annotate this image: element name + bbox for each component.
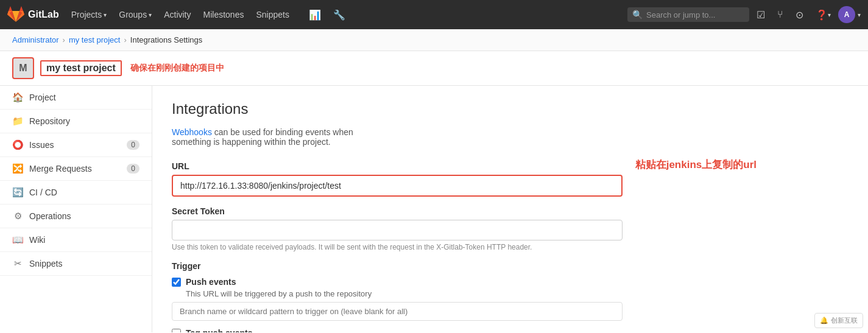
sidebar: 🏠 Project 📁 Repository ⭕ Issues 0 🔀 Merg… <box>0 86 152 332</box>
operations-icon: ⚙ <box>12 211 23 222</box>
gitlab-logo[interactable]: GitLab <box>7 6 59 23</box>
merge-requests-icon: 🔀 <box>12 163 23 174</box>
breadcrumb-project[interactable]: my test project <box>69 35 121 44</box>
sidebar-item-merge-requests[interactable]: 🔀 Merge Requests 0 <box>0 157 152 181</box>
sidebar-item-operations[interactable]: ⚙ Operations <box>0 205 152 228</box>
push-events-checkbox[interactable] <box>172 278 181 287</box>
groups-chevron-icon: ▾ <box>149 12 152 18</box>
tag-push-events-label[interactable]: Tag push events <box>186 328 252 332</box>
search-container[interactable]: 🔍 <box>627 7 749 22</box>
sidebar-item-issues[interactable]: ⭕ Issues 0 <box>0 133 152 157</box>
trigger-label: Trigger <box>172 261 623 271</box>
issues-icon: ⭕ <box>12 139 23 150</box>
sidebar-item-label: Issues <box>29 140 54 150</box>
search-input[interactable] <box>646 10 732 19</box>
webhook-form: URL 粘贴在jenkins上复制的url Secret Token Use t… <box>172 161 623 332</box>
search-icon: 🔍 <box>632 10 643 19</box>
avatar-chevron-icon: ▾ <box>858 12 861 18</box>
page-title: Integrations <box>172 100 849 117</box>
wiki-icon: 📖 <box>12 234 23 245</box>
sidebar-item-wiki[interactable]: 📖 Wiki <box>0 228 152 252</box>
push-events-branch-input[interactable] <box>172 302 623 321</box>
webhooks-link[interactable]: Webhooks <box>172 127 212 137</box>
sidebar-item-label: Wiki <box>29 235 45 245</box>
merge-request-icon-btn[interactable]: ⑂ <box>772 5 788 24</box>
snippets-icon: ✂ <box>12 258 23 269</box>
issues-icon-btn[interactable]: ⊙ <box>791 5 808 24</box>
sidebar-item-label: CI / CD <box>29 188 57 197</box>
project-header: M my test project 确保在刚刚创建的项目中 <box>0 51 868 86</box>
trigger-tag-row: Tag push events <box>172 328 623 332</box>
push-events-desc: This URL will be triggered by a push to … <box>186 289 623 298</box>
trigger-group: Trigger Push events This URL will be tri… <box>172 261 623 332</box>
trigger-push-events: Push events This URL will be triggered b… <box>172 277 623 321</box>
sidebar-item-label: Operations <box>29 211 71 221</box>
brand-text: GitLab <box>28 9 59 20</box>
breadcrumb-current: Integrations Settings <box>130 35 203 44</box>
breadcrumb: Administrator › my test project › Integr… <box>0 29 868 51</box>
main-layout: 🏠 Project 📁 Repository ⭕ Issues 0 🔀 Merg… <box>0 86 868 332</box>
tag-push-events-checkbox[interactable] <box>172 329 181 333</box>
trigger-push-row: Push events <box>172 277 623 287</box>
breadcrumb-sep-1: › <box>63 35 65 44</box>
top-navigation: GitLab Projects ▾ Groups ▾ Activity Mile… <box>0 0 868 29</box>
secret-token-hint: Use this token to validate received payl… <box>172 243 623 251</box>
push-events-label[interactable]: Push events <box>186 277 236 287</box>
avatar[interactable]: A <box>838 6 855 23</box>
sidebar-item-label: Repository <box>29 116 70 126</box>
sidebar-item-label: Snippets <box>29 259 62 268</box>
repository-icon: 📁 <box>12 116 23 127</box>
project-icon: 🏠 <box>12 92 23 103</box>
cicd-icon: 🔄 <box>12 187 23 198</box>
breadcrumb-sep-2: › <box>124 35 126 44</box>
watermark-text: 创新互联 <box>831 316 858 325</box>
project-annotation: 确保在刚刚创建的项目中 <box>130 63 224 74</box>
main-content: Integrations Webhooks can be used for bi… <box>152 86 868 332</box>
content-description: Webhooks can be used for binding events … <box>172 127 367 147</box>
nav-groups[interactable]: Groups ▾ <box>114 7 157 22</box>
help-chevron-icon: ▾ <box>828 12 831 18</box>
url-group: URL 粘贴在jenkins上复制的url <box>172 161 623 197</box>
watermark: 🔔 创新互联 <box>814 313 863 328</box>
trigger-tag-push-events: Tag push events This URL will be trigger… <box>172 328 623 332</box>
url-input[interactable] <box>172 175 623 197</box>
sidebar-item-repository[interactable]: 📁 Repository <box>0 110 152 133</box>
merge-requests-badge: 0 <box>127 164 139 174</box>
secret-token-input[interactable] <box>172 220 623 240</box>
nav-activity[interactable]: Activity <box>159 7 196 22</box>
sidebar-item-project[interactable]: 🏠 Project <box>0 86 152 110</box>
sidebar-item-label: Merge Requests <box>29 164 92 174</box>
wrench-icon-btn[interactable]: 🔧 <box>328 5 350 24</box>
url-annotation: 粘贴在jenkins上复制的url <box>635 158 757 172</box>
nav-snippets[interactable]: Snippets <box>251 7 294 22</box>
projects-chevron-icon: ▾ <box>104 12 107 18</box>
help-icon-btn[interactable]: ❓ ▾ <box>811 5 836 24</box>
watermark-icon: 🔔 <box>820 317 828 324</box>
secret-token-label: Secret Token <box>172 206 623 216</box>
topnav-right: 🔍 ☑ ⑂ ⊙ ❓ ▾ A ▾ <box>627 5 861 24</box>
issues-badge: 0 <box>127 140 139 150</box>
sidebar-item-snippets[interactable]: ✂ Snippets <box>0 252 152 276</box>
nav-projects[interactable]: Projects ▾ <box>66 7 112 22</box>
chart-icon-btn[interactable]: 📊 <box>304 5 326 24</box>
url-label: URL <box>172 161 623 171</box>
project-avatar: M <box>12 57 34 79</box>
project-name: my test project <box>40 60 122 76</box>
sidebar-item-label: Project <box>29 93 56 102</box>
breadcrumb-admin[interactable]: Administrator <box>12 35 59 44</box>
nav-milestones[interactable]: Milestones <box>199 7 249 22</box>
todo-icon-btn[interactable]: ☑ <box>752 5 770 24</box>
sidebar-item-cicd[interactable]: 🔄 CI / CD <box>0 181 152 205</box>
secret-token-group: Secret Token Use this token to validate … <box>172 206 623 251</box>
